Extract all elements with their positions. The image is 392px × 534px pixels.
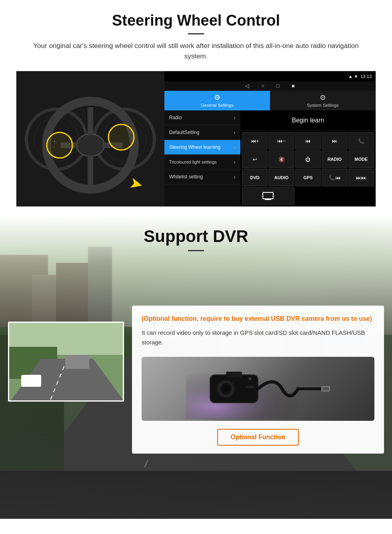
svg-point-12 <box>108 124 134 150</box>
chevron-icon: › <box>234 114 236 121</box>
gear-icon-system: ⚙ <box>320 93 326 102</box>
svg-point-48 <box>248 377 252 380</box>
svg-rect-47 <box>226 372 242 377</box>
svg-rect-49 <box>246 386 255 388</box>
ctrl-mode[interactable]: MODE <box>348 150 374 168</box>
chevron-icon-5: › <box>234 174 236 180</box>
gear-icon-general: ⚙ <box>214 93 220 102</box>
dvr-camera-image <box>142 357 374 421</box>
status-time: 13:13 <box>360 74 372 79</box>
nav-bar: ◁ ○ □ ■ <box>164 81 376 90</box>
svg-rect-41 <box>21 375 41 387</box>
thumb-scene <box>9 323 123 400</box>
screen-icon <box>262 192 274 200</box>
right-panel: Begin learn ⏮+ ⏮− ⏮ ⏭ 📞 ↩ 🔇 ⏻ RADIO MODE <box>240 110 376 206</box>
menu-label-steering: Steering Wheel learning <box>169 144 220 150</box>
menu-item-tricolour[interactable]: Tricoloured light settings › <box>164 155 240 170</box>
svg-rect-16 <box>263 192 273 199</box>
ctrl-skip[interactable]: ⏭⏭ <box>348 169 374 186</box>
ctrl-audio[interactable]: AUDIO <box>268 169 294 186</box>
begin-learn-button[interactable]: Begin learn <box>292 117 324 124</box>
tab-system-label: System Settings <box>307 103 338 108</box>
svg-text:+: + <box>53 139 56 144</box>
ctrl-call-prev[interactable]: 📞⏮ <box>322 169 347 186</box>
dvr-thumbnail <box>8 322 124 402</box>
svg-text:−: − <box>53 145 56 149</box>
begin-learn-area: Begin learn <box>240 110 376 130</box>
back-btn[interactable]: ◁ <box>245 83 249 89</box>
optional-function-button[interactable]: Optional Function <box>217 429 299 446</box>
tab-general-settings[interactable]: ⚙ General Settings <box>164 91 270 110</box>
ctrl-next-track[interactable]: ⏭ <box>322 132 347 150</box>
dvr-section: Support DVR <box>0 215 392 519</box>
android-ui: ▲ ▼ 13:13 ◁ ○ □ ■ ⚙ General Settings ⚙ S… <box>164 71 376 206</box>
menu-label-tricolour: Tricoloured light settings <box>169 160 217 164</box>
chevron-icon-3: › <box>234 144 236 150</box>
ctrl-prev-track[interactable]: ⏮ <box>295 132 321 150</box>
menu-item-steering[interactable]: Steering Wheel learning › <box>164 140 240 155</box>
svg-point-11 <box>47 132 72 158</box>
dvr-divider <box>188 250 204 251</box>
ctrl-gps[interactable]: GPS <box>295 169 321 186</box>
dvr-content: (Optional function, require to buy exter… <box>0 306 392 470</box>
steering-divider <box>188 33 204 34</box>
wheel-visual: + − ➤ <box>16 71 164 206</box>
camera-svg <box>186 359 330 419</box>
menu-label-whitelist: Whitelist setting <box>169 174 203 180</box>
ctrl-vol-down[interactable]: ⏮− <box>268 132 294 150</box>
steering-wheel-image: + − ➤ <box>16 71 164 206</box>
ctrl-back[interactable]: ↩ <box>242 150 268 168</box>
status-bar: ▲ ▼ 13:13 <box>164 71 376 81</box>
menu-item-radio[interactable]: Radio › <box>164 110 240 125</box>
dvr-header: Support DVR <box>0 215 392 258</box>
optional-note: (Optional function, require to buy exter… <box>142 314 374 323</box>
menu-list: Radio › DefaultSetting › Steering Wheel … <box>164 110 240 206</box>
menu-label-default: DefaultSetting <box>169 130 199 135</box>
menu-btn[interactable]: ■ <box>292 83 295 89</box>
ctrl-radio[interactable]: RADIO <box>322 150 347 168</box>
demo-container: + − ➤ ▲ ▼ 13:13 ◁ ○ □ ■ <box>16 71 376 207</box>
home-btn[interactable]: ○ <box>261 83 264 89</box>
status-icons: ▲ ▼ <box>348 74 358 79</box>
tab-bar: ⚙ General Settings ⚙ System Settings <box>164 91 376 110</box>
steering-title: Steering Wheel Control <box>16 12 376 29</box>
ctrl-phone[interactable]: 📞 <box>348 132 374 150</box>
chevron-icon-2: › <box>234 129 236 136</box>
dvr-description: It can record video only to storage in G… <box>142 328 374 347</box>
svg-rect-40 <box>65 355 89 369</box>
steering-subtitle: Your original car's steering wheel contr… <box>32 41 360 61</box>
ctrl-power[interactable]: ⏻ <box>295 150 321 168</box>
menu-item-default[interactable]: DefaultSetting › <box>164 125 240 140</box>
dvr-info-card: (Optional function, require to buy exter… <box>132 306 384 454</box>
ctrl-dvd[interactable]: DVD <box>242 169 268 186</box>
tab-system-settings[interactable]: ⚙ System Settings <box>270 91 376 110</box>
cockpit-svg: + − ➤ <box>16 71 164 206</box>
chevron-icon-4: › <box>234 159 236 165</box>
menu-label-radio: Radio <box>169 115 182 120</box>
svg-rect-52 <box>322 387 329 390</box>
thumb-svg <box>9 323 124 402</box>
control-grid: ⏮+ ⏮− ⏮ ⏭ 📞 ↩ 🔇 ⏻ RADIO MODE DVD AUDIO G… <box>240 130 376 206</box>
steering-section: Steering Wheel Control Your original car… <box>0 0 392 215</box>
ctrl-mute[interactable]: 🔇 <box>268 150 294 168</box>
svg-point-46 <box>223 386 229 392</box>
ctrl-extra[interactable] <box>242 187 294 205</box>
ctrl-vol-up[interactable]: ⏮+ <box>242 132 268 150</box>
svg-point-6 <box>76 134 104 156</box>
dvr-title: Support DVR <box>8 227 384 246</box>
recents-btn[interactable]: □ <box>276 83 280 89</box>
content-area: Radio › DefaultSetting › Steering Wheel … <box>164 110 376 206</box>
menu-item-whitelist[interactable]: Whitelist setting › <box>164 170 240 184</box>
tab-general-label: General Settings <box>201 103 234 108</box>
